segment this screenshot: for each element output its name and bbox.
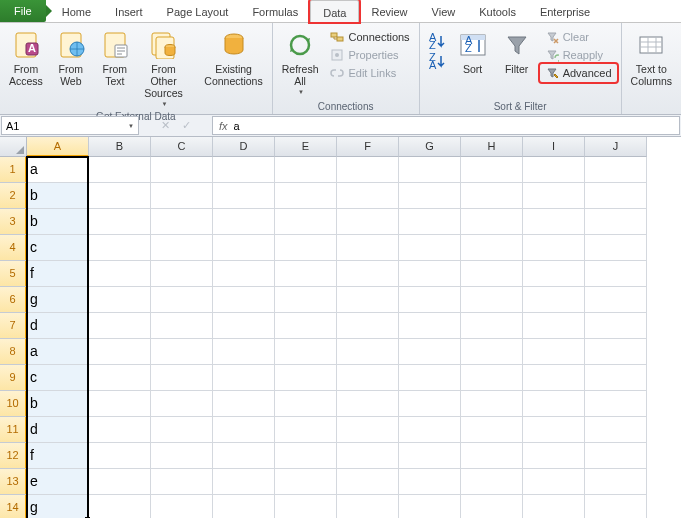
- cell[interactable]: [213, 339, 275, 365]
- cell[interactable]: [337, 443, 399, 469]
- cell[interactable]: [523, 469, 585, 495]
- cell[interactable]: [399, 391, 461, 417]
- cell[interactable]: [151, 443, 213, 469]
- cell[interactable]: [275, 417, 337, 443]
- row-header[interactable]: 13: [0, 469, 27, 495]
- cell[interactable]: [585, 287, 647, 313]
- cell[interactable]: [151, 183, 213, 209]
- row-header[interactable]: 2: [0, 183, 27, 209]
- cell[interactable]: [461, 235, 523, 261]
- cell[interactable]: [275, 313, 337, 339]
- row-header[interactable]: 9: [0, 365, 27, 391]
- cell[interactable]: [275, 391, 337, 417]
- cell[interactable]: [399, 287, 461, 313]
- cell[interactable]: [585, 313, 647, 339]
- cell[interactable]: [399, 339, 461, 365]
- column-header[interactable]: A: [27, 137, 89, 157]
- cell[interactable]: [461, 443, 523, 469]
- cell[interactable]: [213, 443, 275, 469]
- cell[interactable]: [399, 417, 461, 443]
- cell[interactable]: [461, 365, 523, 391]
- text-to-columns-button[interactable]: Text to Columns: [626, 26, 677, 90]
- row-header[interactable]: 4: [0, 235, 27, 261]
- cell[interactable]: [523, 287, 585, 313]
- cell[interactable]: [213, 235, 275, 261]
- from-access-button[interactable]: A From Access: [4, 26, 48, 90]
- column-header[interactable]: B: [89, 137, 151, 157]
- cell[interactable]: [337, 209, 399, 235]
- tab-formulas[interactable]: Formulas: [240, 0, 310, 22]
- cell[interactable]: [523, 417, 585, 443]
- cell[interactable]: [89, 235, 151, 261]
- existing-connections-button[interactable]: Existing Connections: [199, 26, 267, 90]
- row-header[interactable]: 10: [0, 391, 27, 417]
- from-other-sources-button[interactable]: From Other Sources ▼: [138, 26, 189, 110]
- cell[interactable]: [585, 469, 647, 495]
- cell[interactable]: [89, 417, 151, 443]
- fx-icon[interactable]: fx: [219, 120, 228, 132]
- cell[interactable]: d: [27, 417, 89, 443]
- from-web-button[interactable]: From Web: [50, 26, 92, 90]
- cell[interactable]: [461, 287, 523, 313]
- cell[interactable]: [151, 287, 213, 313]
- cell[interactable]: [461, 417, 523, 443]
- cell[interactable]: [89, 469, 151, 495]
- cell[interactable]: [337, 157, 399, 183]
- column-header[interactable]: H: [461, 137, 523, 157]
- sort-desc-button[interactable]: ZA: [424, 52, 450, 72]
- cell[interactable]: f: [27, 261, 89, 287]
- row-header[interactable]: 6: [0, 287, 27, 313]
- cell[interactable]: [213, 365, 275, 391]
- cell[interactable]: [585, 183, 647, 209]
- column-header[interactable]: J: [585, 137, 647, 157]
- cell[interactable]: [337, 261, 399, 287]
- cell[interactable]: [89, 495, 151, 518]
- cell[interactable]: [337, 495, 399, 518]
- row-header[interactable]: 11: [0, 417, 27, 443]
- cell[interactable]: [213, 287, 275, 313]
- formula-bar[interactable]: fx a: [212, 116, 680, 135]
- cell[interactable]: [89, 261, 151, 287]
- select-all-corner[interactable]: [0, 137, 27, 157]
- cell[interactable]: [275, 287, 337, 313]
- column-header[interactable]: F: [337, 137, 399, 157]
- tab-file[interactable]: File: [0, 0, 46, 22]
- column-header[interactable]: D: [213, 137, 275, 157]
- column-header[interactable]: I: [523, 137, 585, 157]
- cell[interactable]: f: [27, 443, 89, 469]
- cell[interactable]: [275, 157, 337, 183]
- cell[interactable]: [151, 235, 213, 261]
- cell[interactable]: [523, 235, 585, 261]
- cell[interactable]: [585, 157, 647, 183]
- cell[interactable]: [337, 183, 399, 209]
- cell[interactable]: [585, 209, 647, 235]
- cell[interactable]: [461, 339, 523, 365]
- cell[interactable]: [89, 391, 151, 417]
- cell[interactable]: [151, 495, 213, 518]
- cell[interactable]: [399, 469, 461, 495]
- row-header[interactable]: 12: [0, 443, 27, 469]
- cell[interactable]: b: [27, 183, 89, 209]
- tab-kutools[interactable]: Kutools: [467, 0, 528, 22]
- cell[interactable]: [337, 287, 399, 313]
- cell[interactable]: [213, 391, 275, 417]
- cell[interactable]: [89, 157, 151, 183]
- cell[interactable]: [399, 261, 461, 287]
- cell[interactable]: [275, 443, 337, 469]
- cell[interactable]: b: [27, 209, 89, 235]
- cell[interactable]: [399, 365, 461, 391]
- tab-view[interactable]: View: [420, 0, 468, 22]
- cell[interactable]: [275, 235, 337, 261]
- tab-enterprise[interactable]: Enterprise: [528, 0, 602, 22]
- cell[interactable]: [585, 391, 647, 417]
- cell[interactable]: [523, 209, 585, 235]
- cell[interactable]: [337, 365, 399, 391]
- cell[interactable]: e: [27, 469, 89, 495]
- column-header[interactable]: C: [151, 137, 213, 157]
- cell[interactable]: a: [27, 339, 89, 365]
- row-header[interactable]: 7: [0, 313, 27, 339]
- cell[interactable]: [275, 183, 337, 209]
- cell[interactable]: [523, 157, 585, 183]
- cell[interactable]: [89, 443, 151, 469]
- name-box[interactable]: A1 ▼: [1, 116, 139, 135]
